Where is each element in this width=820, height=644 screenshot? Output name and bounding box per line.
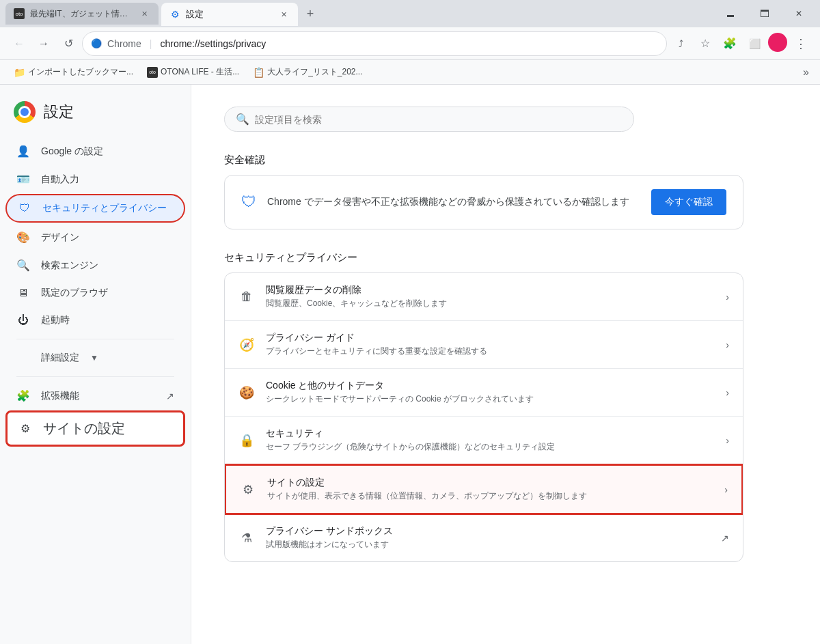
back-button[interactable]: ← <box>8 33 30 55</box>
arrow-icon-4: › <box>724 484 728 495</box>
sidebar-item-default-browser-label: 既定のブラウザ <box>41 287 108 299</box>
arrow-icon-2: › <box>726 387 729 398</box>
sidebar-item-extensions[interactable]: 🧩 拡張機能 ↗ <box>5 382 185 409</box>
tab2-favicon: ⚙ <box>169 9 180 20</box>
arrow-icon-0: › <box>726 292 729 303</box>
arrow-icon-1: › <box>726 339 729 350</box>
settings-page-title: 設定 <box>44 102 74 122</box>
tab-inactive-1[interactable]: oto 最先端IT、ガジェット情報からアナログ... ✕ <box>5 3 159 25</box>
site-settings-icon: ⚙ <box>18 422 32 435</box>
sliders-icon: ⚙ <box>240 482 256 497</box>
cookie-icon: 🍪 <box>238 385 255 400</box>
chrome-logo <box>14 101 36 123</box>
sidebar-nav: 👤 Google の設定 🪪 自動入力 🛡 セキュリティとプライバシー 🎨 デザ… <box>0 138 191 447</box>
split-button[interactable]: ⬜ <box>743 33 765 55</box>
user-avatar[interactable] <box>768 33 787 52</box>
person-icon: 👤 <box>16 145 30 158</box>
sidebar-advanced[interactable]: 詳細設定 ▼ <box>5 345 185 371</box>
sidebar-item-google[interactable]: 👤 Google の設定 <box>5 138 185 165</box>
tab2-label: 設定 <box>186 8 204 20</box>
sidebar-divider <box>16 339 174 339</box>
sidebar-item-search-label: 検索エンジン <box>41 260 98 272</box>
sidebar-divider-2 <box>16 376 174 377</box>
tab2-close[interactable]: ✕ <box>277 8 290 20</box>
page-content: 設定 👤 Google の設定 🪪 自動入力 🛡 セキュリティとプライバシー <box>0 85 820 644</box>
palette-icon: 🎨 <box>16 231 30 244</box>
safety-shield-icon: 🛡 <box>241 193 256 211</box>
tab-active-2[interactable]: ⚙ 設定 ✕ <box>161 3 298 26</box>
settings-search-bar[interactable]: 🔍 <box>224 107 634 132</box>
autofill-icon: 🪪 <box>16 173 30 186</box>
search-icon: 🔍 <box>16 259 30 272</box>
settings-item-site-settings-title: サイトの設定 <box>267 477 713 489</box>
settings-item-site-settings-content: サイトの設定 サイトが使用、表示できる情報（位置情報、カメラ、ポップアップなど）… <box>267 477 713 502</box>
sidebar-item-autofill[interactable]: 🪪 自動入力 <box>5 166 185 193</box>
settings-item-cookies[interactable]: 🍪 Cookie と他のサイトデータ シークレットモードでサードパーティの Co… <box>225 369 743 417</box>
sidebar-item-security[interactable]: 🛡 セキュリティとプライバシー <box>5 194 185 223</box>
settings-item-privacy-sandbox[interactable]: ⚗ プライバシー サンドボックス 試用版機能はオンになっています ↗ <box>225 514 743 561</box>
sidebar-item-search[interactable]: 🔍 検索エンジン <box>5 252 185 279</box>
sidebar-item-site-settings[interactable]: ⚙ サイトの設定 <box>5 410 185 447</box>
bookmarks-more-button[interactable]: » <box>800 64 812 81</box>
maximize-button[interactable]: 🗖 <box>749 3 780 25</box>
safety-check-title: 安全確認 <box>224 154 787 167</box>
settings-item-cookies-title: Cookie と他のサイトデータ <box>266 380 715 392</box>
extensions-button[interactable]: 🧩 <box>719 33 741 55</box>
sidebar-site-settings-label: サイトの設定 <box>43 419 125 438</box>
settings-item-cookies-content: Cookie と他のサイトデータ シークレットモードでサードパーティの Cook… <box>266 380 715 405</box>
new-tab-button[interactable]: + <box>301 4 320 23</box>
bookmark-1[interactable]: 📁 インポートしたブックマー... <box>8 64 139 81</box>
sidebar-item-design[interactable]: 🎨 デザイン <box>5 224 185 251</box>
sidebar-extensions-label: 拡張機能 <box>41 390 79 402</box>
main-content: 🔍 安全確認 🛡 Chrome でデータ侵害や不正な拡張機能などの脅威から保護さ… <box>191 85 820 644</box>
bookmark-button[interactable]: ☆ <box>694 33 716 55</box>
settings-item-clear-history-title: 閲覧履歴データの削除 <box>266 284 715 296</box>
menu-button[interactable]: ⋮ <box>790 33 812 55</box>
shield-icon: 🛡 <box>18 202 31 214</box>
close-button[interactable]: ✕ <box>783 3 815 25</box>
bookmark-3[interactable]: 📋 大人ライフ_リスト_202... <box>247 64 368 81</box>
settings-item-clear-history-desc: 閲覧履歴、Cookie、キャッシュなどを削除します <box>266 298 715 309</box>
minimize-button[interactable]: 🗕 <box>715 3 746 25</box>
sidebar-item-startup[interactable]: ⏻ 起動時 <box>5 307 185 333</box>
settings-search: 🔍 <box>224 107 787 132</box>
safety-check-section: 安全確認 🛡 Chrome でデータ侵害や不正な拡張機能などの脅威から保護されて… <box>224 154 787 229</box>
share-button[interactable]: ⤴ <box>670 33 692 55</box>
privacy-section-title: セキュリティとプライバシー <box>224 251 787 264</box>
tab1-label: 最先端IT、ガジェット情報からアナログ... <box>30 8 133 20</box>
settings-item-privacy-sandbox-desc: 試用版機能はオンになっています <box>266 539 710 550</box>
puzzle-icon: 🧩 <box>16 389 30 402</box>
arrow-icon-3: › <box>726 435 729 446</box>
power-icon: ⏻ <box>16 314 30 326</box>
forward-button[interactable]: → <box>33 33 55 55</box>
settings-item-privacy-guide-content: プライバシー ガイド プライバシーとセキュリティに関する重要な設定を確認する <box>266 332 715 357</box>
settings-item-site-settings[interactable]: ⚙ サイトの設定 サイトが使用、表示できる情報（位置情報、カメラ、ポップアップな… <box>224 464 743 515</box>
sidebar-header: 設定 <box>0 96 191 137</box>
sidebar-item-default-browser[interactable]: 🖥 既定のブラウザ <box>5 280 185 306</box>
settings-item-site-settings-desc: サイトが使用、表示できる情報（位置情報、カメラ、ポップアップなど）を制御します <box>267 490 713 502</box>
browser-frame: oto 最先端IT、ガジェット情報からアナログ... ✕ ⚙ 設定 ✕ + 🗕 … <box>0 0 820 644</box>
privacy-section: セキュリティとプライバシー 🗑 閲覧履歴データの削除 閲覧履歴、Cookie、キ… <box>224 251 787 562</box>
settings-search-input[interactable] <box>255 114 623 125</box>
bookmarks-bar: 📁 インポートしたブックマー... oto OTONA LIFE - 生活...… <box>0 60 820 85</box>
reload-button[interactable]: ↺ <box>57 33 79 55</box>
sidebar-advanced-label: 詳細設定 <box>41 352 79 364</box>
safety-check-button[interactable]: 今すぐ確認 <box>651 189 726 215</box>
settings-item-security[interactable]: 🔒 セキュリティ セーフ ブラウジング（危険なサイトからの保護機能）などのセキュ… <box>225 417 743 464</box>
external-link-icon: ↗ <box>166 391 174 402</box>
external-icon-5: ↗ <box>721 533 729 544</box>
bookmark2-favicon: oto <box>147 67 158 78</box>
nav-actions: ⤴ ☆ 🧩 ⬜ ⋮ <box>670 33 812 55</box>
tab1-close[interactable]: ✕ <box>138 8 150 20</box>
browser-icon: 🖥 <box>16 287 30 299</box>
settings-item-privacy-sandbox-content: プライバシー サンドボックス 試用版機能はオンになっています <box>266 525 710 550</box>
bookmark2-label: OTONA LIFE - 生活... <box>161 66 239 78</box>
settings-item-privacy-guide[interactable]: 🧭 プライバシー ガイド プライバシーとセキュリティに関する重要な設定を確認する… <box>225 321 743 369</box>
settings-item-security-content: セキュリティ セーフ ブラウジング（危険なサイトからの保護機能）などのセキュリテ… <box>266 428 715 453</box>
title-bar: oto 最先端IT、ガジェット情報からアナログ... ✕ ⚙ 設定 ✕ + 🗕 … <box>0 0 820 27</box>
bookmark1-label: インポートしたブックマー... <box>28 66 133 78</box>
address-bar[interactable]: 🔵 Chrome | chrome://settings/privacy <box>82 31 667 56</box>
bookmark-2[interactable]: oto OTONA LIFE - 生活... <box>141 64 245 81</box>
settings-item-clear-history-content: 閲覧履歴データの削除 閲覧履歴、Cookie、キャッシュなどを削除します <box>266 284 715 309</box>
settings-item-clear-history[interactable]: 🗑 閲覧履歴データの削除 閲覧履歴、Cookie、キャッシュなどを削除します › <box>225 273 743 321</box>
